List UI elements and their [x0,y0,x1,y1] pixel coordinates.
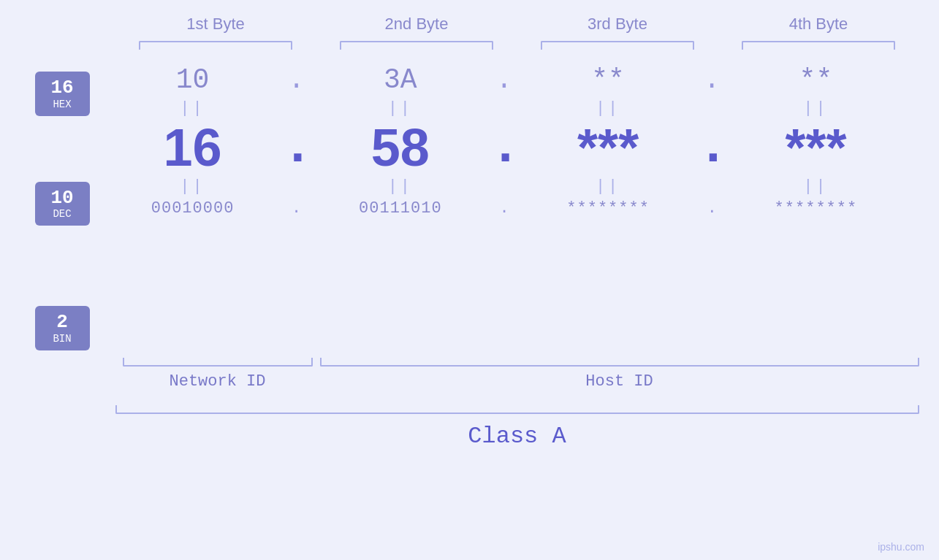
id-labels: Network ID Host ID [115,372,919,391]
byte3-label: 3rd Byte [541,15,694,34]
hex-b1: 10 [116,64,270,96]
hex-name: HEX [44,99,81,110]
dec-dot2: . [490,121,519,174]
top-brackets [115,41,919,50]
hex-number: 16 [44,77,81,99]
dec-row: 16 . 58 . *** . *** [102,121,906,174]
dec-b3: *** [531,121,685,174]
full-bracket [115,405,919,414]
bracket-byte2 [340,41,493,50]
dec-number: 10 [44,188,81,209]
bin-badge: 2 BIN [35,306,90,350]
network-id-label: Network ID [115,372,320,391]
dec-badge: 10 DEC [35,182,90,226]
byte4-label: 4th Byte [742,15,895,34]
left-badges: 16 HEX 10 DEC 2 BIN [0,72,102,350]
hex-row: 10 . 3A . ** . ** [102,64,906,96]
bin-row: 00010000 . 00111010 . ******** . [102,199,906,218]
bracket-host [320,358,919,367]
byte-headers: 1st Byte 2nd Byte 3rd Byte 4th Byte [115,15,919,34]
bin-b1: 00010000 [116,199,270,218]
class-label: Class A [115,423,919,450]
bracket-network [123,358,313,367]
byte2-label: 2nd Byte [340,15,493,34]
bracket-byte4 [742,41,895,50]
dec-b4: *** [739,121,892,174]
full-bracket-row: Class A [115,405,919,450]
dec-dot3: . [697,121,726,174]
hex-dot2: . [490,64,519,96]
eq1-b2: || [324,99,477,118]
bin-b2: 00111010 [324,199,477,218]
dec-name: DEC [44,208,81,220]
bracket-byte1 [139,41,292,50]
eq2-b4: || [739,177,892,196]
hex-dot1: . [282,64,311,96]
bin-b3: ******** [531,199,685,218]
watermark: ipshu.com [878,541,924,553]
bottom-brackets [115,358,919,367]
eq2-b3: || [531,177,685,196]
content-area: 16 HEX 10 DEC 2 BIN 10 . [0,64,939,350]
hex-b3: ** [531,64,685,96]
bin-name: BIN [44,333,81,345]
bracket-gap [313,358,320,367]
bin-dot2: . [490,199,519,218]
eq2-b2: || [324,177,477,196]
eq1-b3: || [531,99,685,118]
main-container: 1st Byte 2nd Byte 3rd Byte 4th Byte 16 H… [0,0,939,560]
dec-dot1: . [282,121,311,174]
bracket-byte3 [541,41,694,50]
dec-b2: 58 [324,121,477,174]
host-id-label: Host ID [320,372,919,391]
eq1-b4: || [739,99,892,118]
hex-badge: 16 HEX [35,72,90,116]
bin-number: 2 [44,312,81,333]
eq1-b1: || [116,99,270,118]
byte1-label: 1st Byte [139,15,292,34]
hex-dot3: . [697,64,726,96]
bin-dot3: . [697,199,726,218]
bin-dot1: . [282,199,311,218]
equals-row-2: || || || || [102,174,906,199]
grid-area: 10 . 3A . ** . ** [102,64,939,218]
eq2-b1: || [116,177,270,196]
hex-b4: ** [739,64,892,96]
dec-b1: 16 [116,121,270,174]
bin-b4: ******** [739,199,892,218]
bottom-section: Network ID Host ID [115,358,919,391]
hex-b2: 3A [324,64,477,96]
